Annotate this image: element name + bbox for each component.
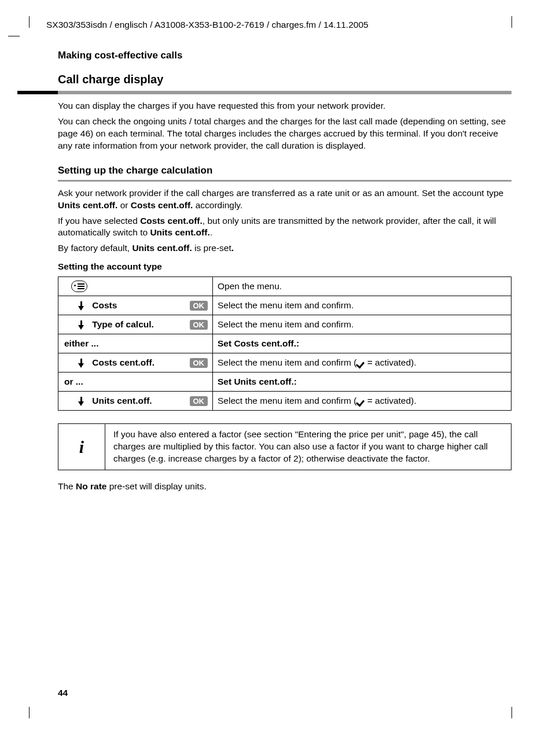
menu-icon bbox=[71, 281, 87, 292]
either-label: either ... bbox=[58, 334, 213, 353]
procedure-table: Open the menu. Costs OK Select the menu … bbox=[58, 276, 511, 411]
table-row: Costs OK Select the menu item and confir… bbox=[58, 296, 511, 315]
or-label: or ... bbox=[58, 373, 213, 392]
or-head: Set Units cent.off.: bbox=[213, 373, 511, 392]
menu-item-label: Costs bbox=[92, 300, 117, 310]
intro-para-2: You can check the ongoing units / total … bbox=[58, 116, 511, 152]
crop-mark bbox=[8, 36, 20, 36]
setup-para-1: Ask your network provider if the call ch… bbox=[58, 187, 511, 212]
crop-mark bbox=[29, 707, 30, 718]
table-desc: Select the menu item and confirm ( = act… bbox=[213, 353, 511, 373]
table-desc: Select the menu item and confirm. bbox=[213, 296, 511, 315]
ok-badge: OK bbox=[190, 396, 208, 406]
down-arrow-icon bbox=[78, 397, 84, 406]
menu-item-label: Units cent.off. bbox=[92, 396, 152, 405]
setup-para-3: By factory default, Units cent.off. is p… bbox=[58, 242, 511, 255]
heading-rule bbox=[58, 91, 511, 94]
check-icon bbox=[356, 360, 365, 367]
table-desc: Select the menu item and confirm. bbox=[213, 315, 511, 334]
table-row-either: either ... Set Costs cent.off.: bbox=[58, 334, 511, 353]
page-number: 44 bbox=[58, 688, 68, 698]
table-row: Costs cent.off. OK Select the menu item … bbox=[58, 353, 511, 373]
final-para: The No rate pre-set will display units. bbox=[58, 481, 511, 493]
table-row-or: or ... Set Units cent.off.: bbox=[58, 373, 511, 392]
heading-call-charge-display: Call charge display bbox=[58, 73, 511, 86]
section-label: Making cost-effective calls bbox=[58, 50, 511, 61]
ok-badge: OK bbox=[190, 320, 208, 330]
down-arrow-icon bbox=[78, 301, 84, 311]
intro-para-1: You can display the charges if you have … bbox=[58, 100, 511, 112]
page: SX303/353isdn / englisch / A31008-X353-B… bbox=[0, 0, 552, 756]
ok-badge: OK bbox=[190, 301, 208, 311]
menu-item-label: Type of calcul. bbox=[92, 319, 154, 329]
either-head: Set Costs cent.off.: bbox=[213, 334, 511, 353]
table-row: Units cent.off. OK Select the menu item … bbox=[58, 392, 511, 411]
setup-para-2: If you have selected Costs cent.off., bu… bbox=[58, 215, 511, 239]
table-row: Type of calcul. OK Select the menu item … bbox=[58, 315, 511, 334]
menu-item-label: Costs cent.off. bbox=[92, 357, 154, 367]
heading-account-type: Setting the account type bbox=[58, 261, 511, 272]
down-arrow-icon bbox=[78, 359, 84, 368]
heading-rule-thin bbox=[58, 180, 511, 182]
crop-mark bbox=[511, 16, 512, 28]
info-icon: i bbox=[58, 424, 105, 470]
check-icon bbox=[356, 398, 365, 405]
crop-mark bbox=[29, 16, 30, 28]
heading-setup: Setting up the charge calculation bbox=[58, 165, 511, 176]
table-desc: Select the menu item and confirm ( = act… bbox=[213, 392, 511, 411]
crop-mark bbox=[511, 707, 512, 718]
header-path: SX303/353isdn / englisch / A31008-X353-B… bbox=[46, 20, 511, 30]
content: Making cost-effective calls Call charge … bbox=[58, 50, 511, 493]
table-desc: Open the menu. bbox=[213, 277, 511, 296]
table-row: Open the menu. bbox=[58, 277, 511, 296]
ok-badge: OK bbox=[190, 358, 208, 368]
info-text: If you have also entered a factor (see s… bbox=[105, 424, 511, 470]
info-box: i If you have also entered a factor (see… bbox=[58, 423, 511, 470]
down-arrow-icon bbox=[78, 320, 84, 330]
